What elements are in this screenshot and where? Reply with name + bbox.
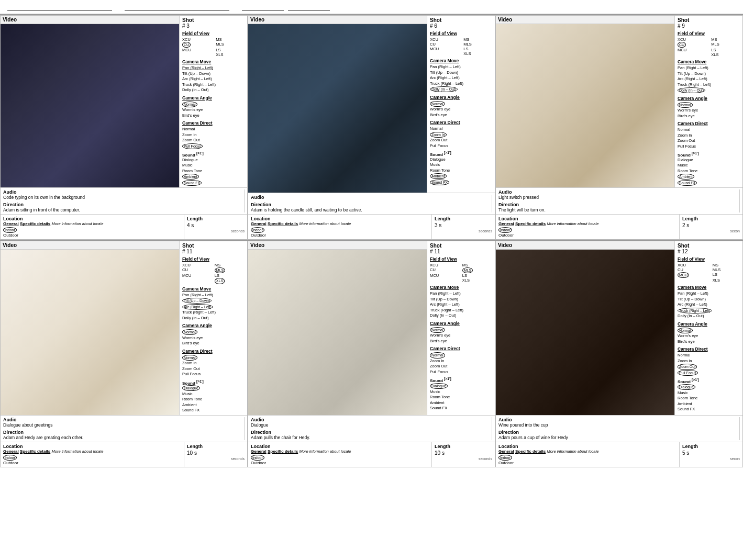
camera-direct-list: NormalZoom InZoom OutPull Focus — [182, 355, 245, 377]
camera-move-dolly: Dolly (In – Out) — [430, 313, 492, 319]
fov-ms: MS — [215, 263, 245, 267]
location-label: Location — [251, 216, 429, 221]
sound-room_tone: Room Tone — [678, 396, 740, 401]
sound-ambient: Ambient — [678, 174, 740, 180]
fov-grid: XCUMSCUMLSMCULSXLS — [430, 37, 492, 56]
location-right: Length3 sseconds — [432, 215, 495, 239]
info-row: AudioWine poured into the cupDirectionAd… — [498, 417, 740, 440]
fov-mcu: MCU — [182, 48, 212, 52]
fov-ms: MS — [216, 37, 245, 42]
location-label: Location — [3, 216, 181, 221]
audio-label: Audio — [251, 195, 490, 200]
location-left: LocationGeneral Specific details More in… — [496, 442, 680, 467]
camera-move-title: Camera Move — [182, 286, 245, 292]
camera-angle-normal: Normal — [678, 328, 740, 334]
camera-angle-title: Camera Angle — [182, 323, 245, 328]
location-options: Indoor — [3, 455, 181, 461]
info-row: AudioDialogue about greetingsDirectionAd… — [3, 417, 245, 440]
camera-angle-list: NormalWorm's eyeBird's eye — [678, 328, 740, 345]
audio-label: Audio — [3, 189, 242, 195]
shot-number: # 6 — [430, 23, 492, 29]
fov-title: Field of View — [182, 31, 245, 36]
panel-4: VideoShot# 11Field of ViewXCUMSCUMLSMCUL… — [0, 241, 248, 467]
sound-music: Music — [182, 391, 245, 397]
length-label: Length — [435, 444, 492, 449]
fov-cu: CU — [182, 267, 210, 273]
location-options: Indoor — [498, 455, 677, 461]
camera-angle-worms: Worm's eye — [430, 107, 492, 113]
sound-ambient: Ambient — [182, 174, 245, 180]
length-label: Length — [187, 216, 245, 221]
info-bottom: AudioWine poured into the cupDirectionAd… — [496, 415, 742, 442]
seconds-label: seconds — [187, 229, 245, 233]
camera-direct-title: Camera Direct — [430, 120, 492, 125]
audio-text: Dialogue about greetings — [3, 422, 242, 428]
sound-music: Music — [430, 162, 492, 168]
video-section: Video — [248, 241, 427, 415]
info-left: AudioWine poured into the cupDirectionAd… — [498, 417, 740, 440]
camera-move-tilt: Tilt (Up – Down) — [430, 70, 492, 76]
location-label: Location — [498, 444, 677, 449]
audio-text: Dialogue — [251, 422, 490, 428]
camera-move-arc: Arc (Right – Left) — [678, 302, 740, 308]
camera-move-arc: Arc (Right – Left) — [430, 75, 492, 81]
camera-move-arc: Arc (Right – Left) — [182, 76, 245, 82]
fov-grid: XCUMSCUMLSMCULSXLS — [182, 37, 245, 57]
camera-move-title: Camera Move — [430, 285, 492, 290]
direction-label: Direction — [498, 430, 737, 435]
audio-label: Audio — [251, 417, 490, 422]
info-bottom: AudioDirectionAdam is holding the candle… — [248, 193, 495, 214]
location-options: Indoor — [251, 455, 429, 461]
camera-angle-worms: Worm's eye — [430, 333, 492, 339]
camera-angle-title: Camera Angle — [182, 95, 245, 100]
fov-circled-mls: MLS — [462, 267, 473, 273]
location-left: LocationGeneral Specific details More in… — [248, 442, 432, 467]
fov-xcu: XCU — [182, 263, 210, 267]
sound-sound_fx: Sound FX — [430, 406, 492, 411]
panel-1: VideoShot# 3Field of ViewXCUMSCUMLSMCULS… — [0, 15, 248, 240]
fov-cu: CU — [678, 267, 708, 272]
video-label: Video — [1, 241, 179, 250]
sound-room_tone: Room Tone — [430, 395, 492, 400]
fov-grid: XCUMSCUMLSMCULSXLS — [678, 263, 740, 283]
location-label: Location — [3, 444, 181, 449]
fov-title: Field of View — [182, 256, 245, 262]
camera-move-list: Pan (Right – Left)Tilt (Up – Down)Arc (R… — [182, 293, 245, 321]
video-frame — [248, 250, 427, 415]
video-frame — [248, 24, 427, 193]
info-row: AudioDirectionAdam is holding the candle… — [251, 195, 492, 212]
fov-ls: LS — [216, 48, 245, 52]
fov-circled-mcu: MCU — [678, 272, 689, 278]
location-left: LocationGeneral Specific details More in… — [496, 215, 680, 239]
camera-angle-normal: Normal — [430, 101, 492, 107]
fov-mls: MLS — [216, 42, 245, 48]
camera-move-pan: Pan (Right – Left) — [182, 65, 245, 71]
page-field — [240, 3, 330, 10]
camera-direct-list: NormalZoom InZoom OutPull Focus — [678, 127, 740, 149]
shot-title: Shot — [678, 17, 740, 23]
fov-circled-mls: MLS — [215, 267, 225, 273]
storyboard-artist-field — [123, 3, 229, 10]
panel-3: VideoShot# 9Field of ViewXCUMSCUMLSMCULS… — [495, 15, 743, 240]
sound-label: Sound [>1'] — [430, 151, 492, 157]
shot-section: Shot# 3Field of ViewXCUMSCUMLSMCULSXLSCa… — [179, 16, 247, 187]
location-options: Indoor — [3, 227, 181, 233]
camera-move-tilt: Tilt (Up – Down) — [678, 71, 740, 77]
camera-move-truck: Truck (Right – Left) — [430, 308, 492, 313]
audio-text: Wine poured into the cup — [498, 422, 737, 428]
location-line: General Specific details More informatio… — [498, 449, 677, 454]
fov-title: Field of View — [678, 256, 740, 262]
fov-xcu: XCU — [182, 37, 212, 42]
length-value: 10 s — [435, 450, 492, 456]
camera-angle-birds: Bird's eye — [182, 113, 245, 119]
shot-number: # 12 — [678, 249, 740, 254]
location-section: LocationGeneral Specific details More in… — [496, 214, 742, 239]
panel-5: VideoShot# 11Field of ViewXCUMSCUMLSMCUL… — [248, 241, 495, 467]
fov-ms: MS — [462, 263, 492, 267]
camera-direct-pull_focus: Pull Focus — [430, 143, 492, 149]
panel-main: VideoShot# 11Field of ViewXCUMSCUMLSMCUL… — [248, 241, 495, 415]
camera-direct-normal: Normal — [182, 127, 245, 132]
fov-xcu: XCU — [678, 263, 708, 267]
camera-angle-list: NormalWorm's eyeBird's eye — [430, 327, 492, 344]
video-frame — [496, 250, 674, 415]
